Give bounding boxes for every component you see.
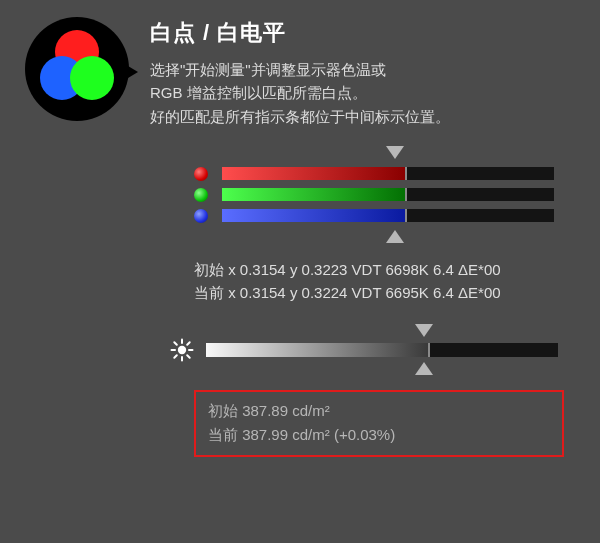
blue-level-bar	[222, 209, 554, 222]
blue-dot-icon	[194, 209, 208, 223]
green-dot-icon	[194, 188, 208, 202]
channel-row-blue	[194, 209, 554, 223]
green-level-bar	[222, 188, 554, 201]
speech-tail-icon	[118, 60, 138, 84]
desc-line: RGB 增益控制以匹配所需白点。	[150, 81, 450, 104]
svg-line-10	[187, 355, 190, 358]
brightness-level	[170, 324, 558, 376]
brightness-row	[170, 338, 558, 362]
red-level-bar	[222, 167, 554, 180]
desc-line: 好的匹配是所有指示条都位于中间标示位置。	[150, 105, 450, 128]
target-marker-bottom	[222, 230, 554, 244]
channel-row-green	[194, 188, 554, 202]
sun-icon	[170, 338, 194, 362]
luminance-readout: 初始 387.89 cd/m² 当前 387.99 cd/m² (+0.03%)	[194, 390, 564, 457]
svg-line-12	[187, 343, 190, 346]
brightness-target-top	[206, 324, 558, 338]
target-marker-top	[222, 146, 554, 160]
rgb-levels	[194, 146, 554, 244]
rgb-circles-icon	[22, 14, 132, 124]
panel-title: 白点 / 白电平	[150, 18, 450, 48]
svg-line-9	[174, 343, 177, 346]
readout-initial: 初始 x 0.3154 y 0.3223 VDT 6698K 6.4 ΔE*00	[194, 258, 578, 281]
svg-point-3	[70, 56, 114, 100]
panel-description: 选择"开始测量"并调整显示器色温或 RGB 增益控制以匹配所需白点。 好的匹配是…	[150, 58, 450, 128]
brightness-bar	[206, 343, 558, 357]
red-dot-icon	[194, 167, 208, 181]
luminance-current: 当前 387.99 cd/m² (+0.03%)	[208, 423, 550, 446]
luminance-initial: 初始 387.89 cd/m²	[208, 399, 550, 422]
white-point-panel: 白点 / 白电平 选择"开始测量"并调整显示器色温或 RGB 增益控制以匹配所需…	[0, 0, 600, 481]
header: 白点 / 白电平 选择"开始测量"并调整显示器色温或 RGB 增益控制以匹配所需…	[22, 14, 578, 128]
svg-line-11	[174, 355, 177, 358]
chevron-up-icon	[386, 230, 404, 243]
svg-point-4	[178, 346, 186, 354]
color-readout: 初始 x 0.3154 y 0.3223 VDT 6698K 6.4 ΔE*00…	[194, 258, 578, 305]
channel-row-red	[194, 167, 554, 181]
chevron-down-icon	[415, 324, 433, 337]
header-text: 白点 / 白电平 选择"开始测量"并调整显示器色温或 RGB 增益控制以匹配所需…	[150, 14, 450, 128]
desc-line: 选择"开始测量"并调整显示器色温或	[150, 58, 450, 81]
chevron-up-icon	[415, 362, 433, 375]
chevron-down-icon	[386, 146, 404, 159]
readout-current: 当前 x 0.3154 y 0.3224 VDT 6695K 6.4 ΔE*00	[194, 281, 578, 304]
brightness-target-bottom	[206, 362, 558, 376]
